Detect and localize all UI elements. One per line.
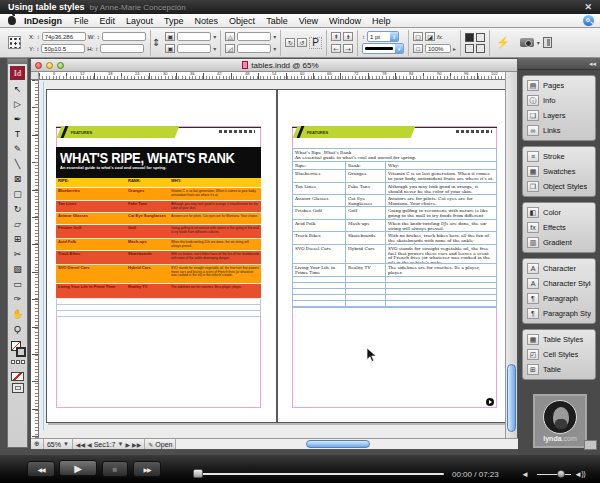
select-content-icon[interactable]: ⇟ xyxy=(343,32,353,41)
table-row[interactable]: SVO Diesel CarsHybrid CarsSVO stands for… xyxy=(293,245,496,264)
quick-apply-icon[interactable]: ⚡ xyxy=(490,36,516,49)
horizontal-ruler[interactable]: 6121824303642485460667278849096102 xyxy=(39,72,507,80)
panel-effects[interactable]: fxEffects xyxy=(523,220,595,235)
panel-pages[interactable]: ▤Pages xyxy=(523,78,595,93)
w-field[interactable] xyxy=(102,32,146,41)
zoom-level-combo[interactable]: 65%▼ xyxy=(44,439,73,449)
styled-table[interactable]: RIPE:RANK:WHY:BlueberriesOrangesVitamin … xyxy=(56,178,261,317)
table-row[interactable]: Living Your Life in Prime TimeReality TV… xyxy=(293,264,496,277)
rectangle-frame-tool[interactable]: ⊠ xyxy=(8,172,27,187)
pencil-tool[interactable]: ✎ xyxy=(8,142,27,157)
menu-view[interactable]: View xyxy=(299,16,318,26)
select-container-icon[interactable]: ⇞ xyxy=(331,32,341,41)
combo-dropdown-icon[interactable]: ▾ xyxy=(395,44,403,53)
table-row[interactable]: BlueberriesOrangesVitamin C is so last g… xyxy=(293,170,496,183)
volume-knob[interactable] xyxy=(557,470,565,478)
rewind-button[interactable]: ◀◀ xyxy=(27,461,55,477)
preview-mode-button[interactable] xyxy=(476,33,485,42)
panel-stroke[interactable]: ≡Stroke xyxy=(523,149,595,164)
table-row[interactable]: Acid FolkMash-upsWhen the knob-twirling … xyxy=(293,220,496,232)
stroke-swatch[interactable] xyxy=(16,347,26,357)
h-field[interactable] xyxy=(100,44,144,53)
stepper-icon[interactable]: ↕ xyxy=(97,34,100,40)
eyedropper-tool[interactable]: ✑ xyxy=(8,292,27,307)
shear-field[interactable] xyxy=(237,44,271,53)
opacity-field[interactable]: 100% xyxy=(425,44,451,53)
panel-paragraph-styles[interactable]: ¶Paragraph Styles xyxy=(523,306,595,321)
seek-bar[interactable] xyxy=(196,473,444,475)
table-row[interactable]: Track BikesSkateboardsWith no brakes, tr… xyxy=(293,232,496,245)
select-previous-icon[interactable]: ⇠ xyxy=(331,44,341,53)
unstyled-table[interactable]: What's Ripe, What's RankAn essential gui… xyxy=(292,148,497,308)
line-tool[interactable]: ╲ xyxy=(8,157,27,172)
table-row[interactable]: Frisbee GolfGolfGoing golfing to reconve… xyxy=(293,207,496,220)
panel-table-styles[interactable]: ▦Table Styles xyxy=(523,332,595,347)
rotate-tool[interactable]: ↻ xyxy=(8,202,27,217)
rotation-field[interactable] xyxy=(237,32,271,41)
table-row[interactable]: Acid FolkMash-upsWhen the knob-twirling … xyxy=(56,239,261,251)
selection-tool[interactable]: ↖ xyxy=(8,82,27,97)
dropdown-icon[interactable]: ▾ xyxy=(273,33,276,40)
table-row[interactable]: Tan LinesFake TansAlthough you may look … xyxy=(56,201,261,213)
drop-shadow-icon[interactable]: ◪ xyxy=(425,32,435,41)
story-title-block[interactable]: What's Ripe, What's RankAn essential gui… xyxy=(293,149,496,162)
stepper-icon[interactable]: ↕ xyxy=(362,34,365,40)
volume-slider[interactable] xyxy=(537,474,571,475)
preview-mode-button[interactable] xyxy=(465,33,474,42)
scale-x-field[interactable] xyxy=(177,32,211,41)
panel-character-styles[interactable]: ACharacter Styles xyxy=(523,276,595,291)
note-tool[interactable]: ▭ xyxy=(8,277,27,292)
direct-selection-tool[interactable]: ▷ xyxy=(8,97,27,112)
panel-table[interactable]: ⊞Table xyxy=(523,362,595,377)
menu-table[interactable]: Table xyxy=(266,16,288,26)
table-row[interactable]: Tan LinesFake TansAlthough you may look … xyxy=(293,183,496,195)
combo-stepper-icon[interactable]: ⇕ xyxy=(390,32,398,41)
menu-help[interactable]: Help xyxy=(372,16,391,26)
dropdown-icon[interactable]: ▾ xyxy=(213,45,216,52)
table-row[interactable]: Frisbee GolfGolfGoing golfing to reconve… xyxy=(56,225,261,239)
vertical-ruler[interactable] xyxy=(31,80,39,440)
dropdown-icon[interactable]: ▾ xyxy=(213,33,216,40)
dropdown-icon[interactable]: ▾ xyxy=(273,45,276,52)
scale-tool[interactable]: ▱ xyxy=(8,217,27,232)
vertical-scrollbar[interactable] xyxy=(505,72,517,440)
preview-mode-button[interactable] xyxy=(476,44,485,53)
menu-edit[interactable]: Edit xyxy=(100,16,116,26)
table-row[interactable]: Aviator GlassesCat Eye SunglassesAviator… xyxy=(293,195,496,207)
close-icon[interactable]: ✕ xyxy=(584,2,592,12)
dock-collapse-button[interactable]: ◂◂ xyxy=(518,58,600,70)
window-resize-grip[interactable] xyxy=(584,440,597,450)
table-row[interactable]: Track BikesSkateboardsWith no brakes, tr… xyxy=(56,251,261,265)
table-row[interactable]: Aviator GlassesCat Eye SunglassesAviator… xyxy=(56,213,261,225)
minimize-window-button[interactable] xyxy=(46,62,53,69)
panel-color[interactable]: ◧Color xyxy=(523,205,595,220)
apple-menu-icon[interactable] xyxy=(8,16,16,25)
zoom-window-button[interactable] xyxy=(57,62,64,69)
menu-indesign[interactable]: InDesign xyxy=(24,16,62,26)
pasteboard[interactable]: FEATURES WHAT'S RIPE, WHAT'S RANK An ess… xyxy=(39,80,507,440)
menu-type[interactable]: Type xyxy=(164,16,184,26)
panel-gradient[interactable]: ▥Gradient xyxy=(523,235,595,250)
reference-point-proxy[interactable] xyxy=(4,30,25,56)
volume-mute-icon[interactable]: ◄ xyxy=(521,470,528,479)
next-page-icon[interactable]: ▶ xyxy=(125,441,130,448)
view-mode-button[interactable] xyxy=(12,383,24,393)
rotate-90-cw-icon[interactable]: ↻ xyxy=(285,38,295,47)
type-tool[interactable]: T xyxy=(8,127,27,142)
play-button[interactable]: ▶ xyxy=(59,460,97,476)
search-icon[interactable] xyxy=(583,15,594,26)
panel-cell-styles[interactable]: ◰Cell Styles xyxy=(523,347,595,362)
dropdown-icon[interactable]: ▼ xyxy=(118,441,124,447)
dropdown-icon[interactable]: ▸ xyxy=(453,45,456,52)
menu-window[interactable]: Window xyxy=(329,16,361,26)
rotate-90-ccw-icon[interactable]: ↺ xyxy=(297,38,307,47)
stroke-type-combo[interactable]: ▾ xyxy=(362,43,404,54)
stepper-icon[interactable]: ↕ xyxy=(37,34,40,40)
x-field[interactable]: 74p36.286 xyxy=(42,32,86,41)
menu-layout[interactable]: Layout xyxy=(126,16,153,26)
hand-tool[interactable]: ✋ xyxy=(8,307,27,322)
menu-notes[interactable]: Notes xyxy=(195,16,219,26)
stepper-icon[interactable]: ↕ xyxy=(36,46,39,52)
panel-links[interactable]: ∞Links xyxy=(523,123,595,138)
page-indicator[interactable]: Sec1:7 xyxy=(94,441,116,448)
